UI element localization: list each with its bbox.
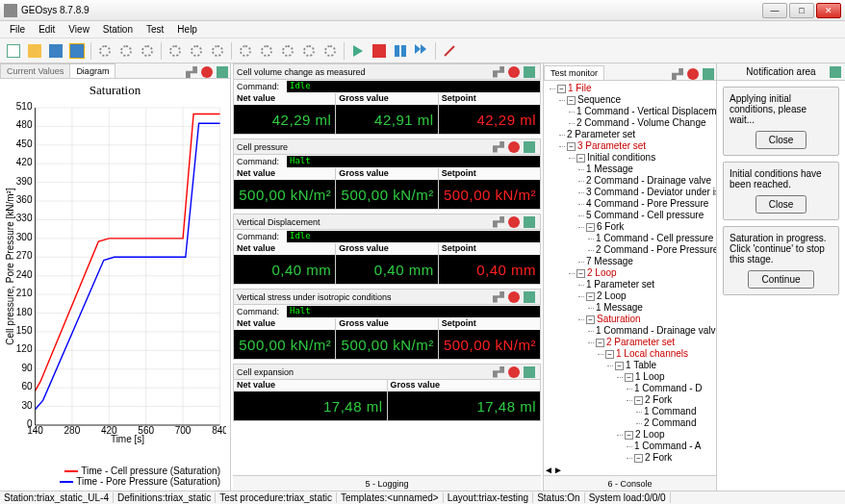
tool-c[interactable] xyxy=(138,41,157,61)
panel-title: Vertical Displacement xyxy=(237,217,491,227)
tool-h[interactable] xyxy=(257,41,276,61)
svg-text:280: 280 xyxy=(64,425,81,436)
open-button[interactable] xyxy=(25,41,44,61)
saveas-button[interactable] xyxy=(67,41,87,61)
card-button[interactable]: Close xyxy=(755,131,807,149)
tool-g[interactable] xyxy=(236,41,255,61)
settings-icon[interactable] xyxy=(493,291,504,303)
panel-2: Vertical Displacement Command:IdleNet va… xyxy=(233,214,541,285)
layers-icon[interactable] xyxy=(217,66,228,78)
delete-icon[interactable] xyxy=(508,216,520,228)
wand-button[interactable] xyxy=(440,41,459,61)
fastforward-button[interactable] xyxy=(412,41,431,61)
play-button[interactable] xyxy=(348,41,368,61)
tool-f[interactable] xyxy=(208,41,227,61)
readout: 500,00 kN/m² xyxy=(439,330,540,359)
svg-text:390: 390 xyxy=(16,176,33,187)
minimize-button[interactable]: — xyxy=(762,3,787,18)
tool-i[interactable] xyxy=(278,41,297,61)
layers-icon[interactable] xyxy=(703,68,714,80)
svg-text:Time [s]: Time [s] xyxy=(111,434,144,444)
svg-text:270: 270 xyxy=(16,250,33,261)
menu-help[interactable]: Help xyxy=(171,22,203,37)
notif-body: Applying initial conditions, please wait… xyxy=(717,81,845,491)
tab-test-monitor[interactable]: Test monitor xyxy=(544,65,604,80)
command-value: Halt xyxy=(287,306,540,317)
tool-b[interactable] xyxy=(116,41,136,61)
menu-file[interactable]: File xyxy=(4,22,31,37)
saturation-chart: 0306090120150180210240270300330360390420… xyxy=(4,98,226,464)
layers-icon[interactable] xyxy=(524,216,535,228)
new-button[interactable] xyxy=(4,41,23,61)
svg-text:90: 90 xyxy=(21,363,33,373)
readout: 500,00 kN/m² xyxy=(234,180,335,209)
layers-icon[interactable] xyxy=(830,66,841,78)
left-tabs: Current Values Diagram xyxy=(0,63,230,79)
delete-icon[interactable] xyxy=(508,141,520,153)
layers-icon[interactable] xyxy=(524,291,535,303)
chart-legend: Time - Cell pressure (Saturation) Time -… xyxy=(4,466,226,487)
tab-diagram[interactable]: Diagram xyxy=(69,63,115,78)
svg-text:420: 420 xyxy=(16,157,33,167)
close-button[interactable]: ✕ xyxy=(816,3,841,18)
layers-icon[interactable] xyxy=(524,66,535,78)
panel-4: Cell expansion Net value17,48 mlGross va… xyxy=(233,364,541,421)
menu-view[interactable]: View xyxy=(63,22,95,37)
panel-title: Vertical stress under isotropic conditio… xyxy=(237,292,491,302)
readout: 500,00 kN/m² xyxy=(336,330,437,359)
menu-test[interactable]: Test xyxy=(141,22,169,37)
settings-icon[interactable] xyxy=(493,66,504,78)
card-button[interactable]: Close xyxy=(755,195,807,214)
card-text: Initial conditions have been reached. xyxy=(730,168,832,189)
svg-text:Cell pressure, Pore Pressure [: Cell pressure, Pore Pressure [kN/m²] xyxy=(5,188,15,345)
menubar: File Edit View Station Test Help xyxy=(0,21,845,38)
readout: 0,40 mm xyxy=(336,255,437,284)
readout: 500,00 kN/m² xyxy=(336,180,437,209)
notif-head: Notification area xyxy=(717,63,845,81)
tool-j[interactable] xyxy=(299,41,319,61)
tool-d[interactable] xyxy=(166,41,185,61)
delete-icon[interactable] xyxy=(201,66,213,78)
svg-text:300: 300 xyxy=(16,232,33,242)
save-button[interactable] xyxy=(46,41,65,61)
notif-card-0: Applying initial conditions, please wait… xyxy=(723,87,839,156)
panel-title: Cell pressure xyxy=(237,142,491,152)
panel-title: Cell volume change as measured xyxy=(237,67,491,77)
delete-icon[interactable] xyxy=(508,66,520,78)
menu-station[interactable]: Station xyxy=(97,22,139,37)
readout: 42,91 ml xyxy=(336,105,437,134)
notif-card-1: Initial conditions have been reached. Cl… xyxy=(723,162,839,220)
pause-button[interactable] xyxy=(391,41,410,61)
delete-icon[interactable] xyxy=(508,366,520,378)
tool-a[interactable] xyxy=(95,41,115,61)
readout: 42,29 ml xyxy=(234,105,335,134)
test-tree[interactable]: −1 File −Sequence 1 Command - Vertical D… xyxy=(544,81,716,465)
layers-icon[interactable] xyxy=(524,141,535,153)
svg-text:480: 480 xyxy=(16,119,33,130)
bottom-tab-logging[interactable]: 5 - Logging xyxy=(233,475,541,491)
tool-e[interactable] xyxy=(187,41,206,61)
delete-icon[interactable] xyxy=(508,291,520,303)
tab-current-values[interactable]: Current Values xyxy=(0,63,70,78)
maximize-button[interactable]: □ xyxy=(789,3,814,18)
layers-icon[interactable] xyxy=(524,366,535,378)
svg-text:180: 180 xyxy=(16,307,33,317)
readout: 0,40 mm xyxy=(439,255,540,284)
stop-button[interactable] xyxy=(370,41,389,61)
settings-icon[interactable] xyxy=(672,68,683,80)
readout: 17,48 ml xyxy=(234,391,387,420)
svg-text:150: 150 xyxy=(16,325,33,336)
settings-icon[interactable] xyxy=(493,216,504,228)
tool-k[interactable] xyxy=(320,41,340,61)
card-button[interactable]: Continue xyxy=(748,270,813,289)
delete-icon[interactable] xyxy=(687,68,699,80)
tree-scroll[interactable]: ◄► xyxy=(544,465,716,475)
command-value: Idle xyxy=(287,81,540,92)
settings-icon[interactable] xyxy=(493,141,504,153)
settings-icon[interactable] xyxy=(493,366,504,378)
menu-edit[interactable]: Edit xyxy=(33,22,61,37)
bottom-tab-console[interactable]: 6 - Console xyxy=(544,475,716,491)
svg-text:120: 120 xyxy=(16,343,33,354)
panel-1: Cell pressure Command:HaltNet value500,0… xyxy=(233,139,541,210)
settings-icon[interactable] xyxy=(186,66,197,78)
